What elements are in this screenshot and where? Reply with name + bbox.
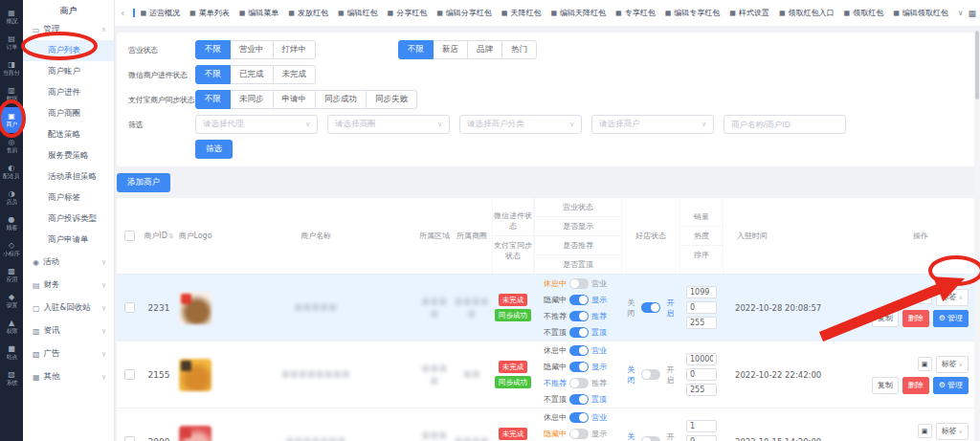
submenu-group-finance[interactable]: ▤财务∨	[23, 274, 114, 297]
submenu-item-merchant-district[interactable]: 商户商圈	[23, 103, 114, 124]
status-toggle[interactable]	[569, 394, 589, 405]
submenu-item-merchant-account[interactable]: 商户账户	[23, 61, 114, 82]
submenu-group-manage[interactable]: ▭ 管理 ∧	[23, 20, 114, 40]
sort-input[interactable]	[686, 317, 717, 329]
tab-edit-receive-redpacket[interactable]: ▦编辑领取红包	[888, 0, 953, 27]
select-agent[interactable]: 请选择代理∨	[195, 115, 318, 134]
good-shop-toggle[interactable]	[641, 369, 660, 380]
rail-item-site[interactable]: ■站点	[0, 340, 23, 365]
submenu-item-delivery-strategy[interactable]: 配送策略	[23, 124, 114, 145]
submenu-item-merchant-list[interactable]: 商户列表	[23, 40, 114, 61]
tab-redpacket-entry[interactable]: ▦领取红包入口	[774, 0, 839, 27]
qrcode-icon-button[interactable]: ▣	[918, 290, 932, 304]
segment-option-alipay-sync-status[interactable]: 同步失败	[366, 90, 417, 109]
rail-item-customer[interactable]: ●顾客	[0, 210, 23, 236]
delete-button[interactable]: 删除	[902, 377, 929, 394]
good-shop-toggle[interactable]	[641, 302, 660, 313]
tab-edit-exclusive-redpacket[interactable]: ▦编辑专享红包	[660, 0, 725, 27]
tag-select[interactable]: 标签∨	[936, 356, 969, 373]
submenu-item-activity-bear-strategy[interactable]: 活动承担策略	[23, 166, 114, 187]
delete-button[interactable]: 删除	[902, 310, 929, 327]
row-checkbox[interactable]	[124, 302, 135, 313]
row-checkbox[interactable]	[124, 436, 135, 441]
rail-item-system[interactable]: ▧系统	[0, 365, 23, 391]
tag-select[interactable]: 标签∨	[936, 423, 969, 440]
row-checkbox[interactable]	[124, 369, 135, 380]
tab-op-overview[interactable]: ▦运营概况	[128, 0, 185, 27]
rail-item-orders[interactable]: ▤订单	[0, 30, 23, 55]
segment-option-shop-tag[interactable]: 品牌	[467, 40, 502, 59]
rail-item-courier[interactable]: ◐配送员	[0, 159, 23, 185]
segment-option-wx-entry-status[interactable]: 未完成	[273, 65, 317, 84]
tab-menu-list[interactable]: ▦菜单列表	[185, 0, 234, 27]
submenu-group-other[interactable]: ▦其他∨	[23, 365, 114, 388]
tab-sky-redpacket[interactable]: ▦天降红包	[497, 0, 546, 27]
submenu-item-service-fee-strategy[interactable]: 服务费策略	[23, 145, 114, 166]
status-toggle[interactable]	[569, 295, 589, 305]
status-toggle[interactable]	[569, 362, 589, 372]
sales-input[interactable]	[686, 420, 717, 432]
status-toggle[interactable]	[569, 311, 589, 321]
segment-option-alipay-sync-status[interactable]: 不限	[195, 90, 231, 109]
copy-button[interactable]: 复制	[872, 377, 899, 394]
rail-item-data[interactable]: ▥数据	[0, 81, 23, 107]
tab-edit-redpacket[interactable]: ▦编辑红包	[333, 0, 383, 27]
tab-share-redpacket[interactable]: ▦分享红包	[383, 0, 433, 27]
submenu-item-merchant-tag[interactable]: 商户标签	[23, 187, 114, 209]
tab-edit-share-redpacket[interactable]: ▦编辑分享红包	[432, 0, 497, 27]
qrcode-icon-button[interactable]: ▣	[918, 357, 932, 371]
submenu-group-news[interactable]: ▥资讯∨	[23, 320, 114, 342]
tabs-overflow-icon[interactable]: ∨	[955, 9, 967, 17]
submenu-item-merchant-application[interactable]: 商户申请单	[23, 230, 114, 251]
rail-item-overview[interactable]: ▦概况	[0, 4, 23, 30]
select-all-checkbox[interactable]	[124, 231, 135, 241]
status-toggle[interactable]	[569, 278, 589, 289]
rail-item-apps[interactable]: ▩应用	[0, 262, 23, 288]
status-toggle[interactable]	[569, 429, 589, 439]
status-toggle[interactable]	[569, 345, 589, 356]
rail-item-after-sales[interactable]: ◎售后	[0, 133, 23, 159]
submenu-group-activity[interactable]: ◉活动∨	[23, 251, 114, 274]
good-shop-toggle[interactable]	[641, 436, 660, 441]
rail-item-staff[interactable]: ◑店员	[0, 185, 23, 210]
select-merchant[interactable]: 请选择商户∨	[591, 115, 714, 134]
rail-item-permissions[interactable]: ▲权限	[0, 314, 23, 340]
qrcode-icon-button[interactable]: ▣	[918, 424, 932, 438]
add-merchant-button[interactable]: 添加商户	[117, 173, 170, 192]
sales-input[interactable]	[686, 353, 717, 365]
sort-input[interactable]	[686, 384, 717, 396]
segment-option-alipay-sync-status[interactable]: 同步成功	[315, 90, 367, 109]
manage-button[interactable]: ⚙管理	[933, 310, 969, 327]
filter-submit-button[interactable]: 筛选	[195, 140, 233, 159]
merchant-search-input[interactable]	[724, 115, 846, 134]
segment-option-business-status[interactable]: 打烊中	[273, 40, 317, 59]
rail-item-mini-program[interactable]: ◇小程序	[0, 236, 23, 262]
segment-option-business-status[interactable]: 不限	[195, 40, 231, 59]
sales-input[interactable]	[686, 286, 717, 298]
segment-option-business-status[interactable]: 营业中	[230, 40, 274, 59]
rail-item-settings[interactable]: ◆设置	[0, 288, 23, 314]
grid-icon[interactable]: ▦	[966, 9, 978, 18]
segment-option-shop-tag[interactable]: 新店	[433, 40, 468, 59]
manage-button[interactable]: ⚙管理	[933, 377, 969, 394]
select-district[interactable]: 请选择商圈∨	[327, 115, 450, 134]
vertical-scrollbar[interactable]	[974, 27, 980, 441]
submenu-item-merchant-entry[interactable]: 商户进件	[23, 82, 114, 103]
tab-edit-sky-redpacket[interactable]: ▦编辑天降红包	[546, 0, 611, 27]
heat-input[interactable]	[686, 368, 717, 381]
tab-style-settings[interactable]: ▦样式设置	[724, 0, 774, 27]
select-category[interactable]: 请选择商户分类∨	[459, 115, 582, 134]
tag-select[interactable]: 标签∨	[936, 289, 969, 306]
status-toggle[interactable]	[569, 327, 589, 338]
segment-option-wx-entry-status[interactable]: 不限	[195, 65, 231, 84]
submenu-group-ads[interactable]: ▧广告∨	[23, 342, 114, 365]
segment-option-shop-tag[interactable]: 不限	[398, 40, 434, 59]
tab-send-redpacket[interactable]: ▦发放红包	[283, 0, 333, 27]
rail-item-f2f-pay[interactable]: ◨当面付	[0, 55, 23, 81]
status-toggle[interactable]	[569, 378, 589, 388]
segment-option-alipay-sync-status[interactable]: 申请中	[273, 90, 317, 109]
rail-item-merchant[interactable]: ▣商户	[1, 107, 22, 133]
status-toggle[interactable]	[569, 412, 589, 423]
segment-option-alipay-sync-status[interactable]: 未同步	[230, 90, 274, 109]
submenu-group-onboarding-recycle[interactable]: ▢入驻&回收站∨	[23, 297, 114, 320]
